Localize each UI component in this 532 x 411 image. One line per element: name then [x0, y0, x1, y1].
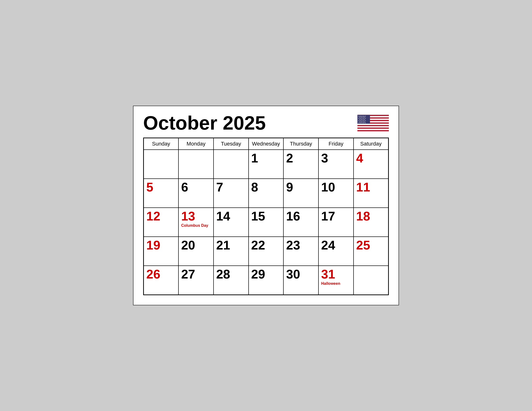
day-number: 10	[321, 181, 351, 193]
calendar-cell: 10	[318, 179, 353, 208]
day-number: 18	[356, 210, 386, 223]
day-number: 4	[356, 152, 386, 164]
calendar-table: SundayMondayTuesdayWednesdayThursdayFrid…	[143, 138, 389, 295]
holiday-label: Columbus Day	[181, 223, 211, 228]
day-of-week-header: Monday	[179, 138, 214, 150]
month-title: October 2025	[143, 113, 266, 133]
calendar-cell: 6	[179, 179, 214, 208]
calendar-cell: 2	[283, 150, 318, 179]
calendar-page: October 2025 ★★★★★★ ★★★★★	[133, 106, 399, 305]
day-number: 20	[181, 239, 211, 252]
calendar-cell: 20	[179, 237, 214, 266]
day-of-week-header: Friday	[318, 138, 353, 150]
day-of-week-header: Thursday	[283, 138, 318, 150]
svg-rect-6	[357, 129, 389, 130]
calendar-cell: 28	[214, 266, 249, 295]
day-number: 19	[146, 239, 176, 252]
header: October 2025 ★★★★★★ ★★★★★	[143, 113, 389, 133]
calendar-cell: 13Columbus Day	[179, 208, 214, 237]
calendar-cell: 15	[249, 208, 284, 237]
calendar-cell: 9	[283, 179, 318, 208]
calendar-week-row: 19202122232425	[144, 237, 389, 266]
day-number: 8	[251, 181, 281, 193]
day-number: 6	[181, 181, 211, 193]
holiday-label: Halloween	[321, 281, 351, 286]
calendar-cell	[353, 266, 389, 295]
day-number: 26	[146, 268, 176, 280]
calendar-cell: 17	[318, 208, 353, 237]
calendar-cell: 3	[318, 150, 353, 179]
calendar-cell: 7	[214, 179, 249, 208]
calendar-cell	[214, 150, 249, 179]
day-number: 22	[251, 239, 281, 252]
day-number: 27	[181, 268, 211, 280]
day-number: 30	[286, 268, 316, 280]
day-number: 9	[286, 181, 316, 193]
calendar-cell: 26	[144, 266, 179, 295]
calendar-cell: 19	[144, 237, 179, 266]
day-number: 12	[146, 210, 176, 223]
day-number: 1	[251, 152, 281, 164]
day-number: 11	[356, 181, 386, 193]
day-number: 17	[321, 210, 351, 223]
calendar-cell: 4	[353, 150, 389, 179]
day-number: 25	[356, 239, 386, 252]
calendar-week-row: 262728293031Halloween	[144, 266, 389, 295]
calendar-cell	[144, 150, 179, 179]
day-of-week-header: Tuesday	[214, 138, 249, 150]
day-number: 29	[251, 268, 281, 280]
day-number: 24	[321, 239, 351, 252]
day-number: 15	[251, 210, 281, 223]
day-number: 28	[216, 268, 246, 280]
calendar-cell: 5	[144, 179, 179, 208]
calendar-cell: 16	[283, 208, 318, 237]
day-number: 16	[286, 210, 316, 223]
calendar-cell: 25	[353, 237, 389, 266]
day-number: 3	[321, 152, 351, 164]
calendar-cell: 8	[249, 179, 284, 208]
day-number: 5	[146, 181, 176, 193]
calendar-cell: 29	[249, 266, 284, 295]
day-number: 21	[216, 239, 246, 252]
calendar-cell	[179, 150, 214, 179]
calendar-cell: 27	[179, 266, 214, 295]
calendar-header-row: SundayMondayTuesdayWednesdayThursdayFrid…	[144, 138, 389, 150]
calendar-cell: 1	[249, 150, 284, 179]
day-number: 23	[286, 239, 316, 252]
calendar-week-row: 567891011	[144, 179, 389, 208]
calendar-cell: 23	[283, 237, 318, 266]
calendar-cell: 30	[283, 266, 318, 295]
day-number: 31	[321, 268, 351, 280]
day-of-week-header: Wednesday	[249, 138, 284, 150]
day-number: 14	[216, 210, 246, 223]
calendar-cell: 21	[214, 237, 249, 266]
svg-rect-5	[357, 126, 389, 127]
calendar-week-row: 1213Columbus Day1415161718	[144, 208, 389, 237]
day-of-week-header: Sunday	[144, 138, 179, 150]
calendar-body: 12345678910111213Columbus Day14151617181…	[144, 150, 389, 295]
day-number: 13	[181, 210, 211, 223]
calendar-cell: 11	[353, 179, 389, 208]
calendar-cell: 12	[144, 208, 179, 237]
svg-rect-4	[357, 124, 389, 125]
calendar-cell: 14	[214, 208, 249, 237]
us-flag: ★★★★★★ ★★★★★ ★★★★★★ ★★★★★ ★★★★★★ ★★★★★ ★…	[357, 113, 389, 133]
calendar-week-row: 1234	[144, 150, 389, 179]
calendar-cell: 22	[249, 237, 284, 266]
day-number: 2	[286, 152, 316, 164]
calendar-cell: 31Halloween	[318, 266, 353, 295]
day-of-week-header: Saturday	[353, 138, 389, 150]
calendar-cell: 18	[353, 208, 389, 237]
calendar-cell: 24	[318, 237, 353, 266]
day-number: 7	[216, 181, 246, 193]
